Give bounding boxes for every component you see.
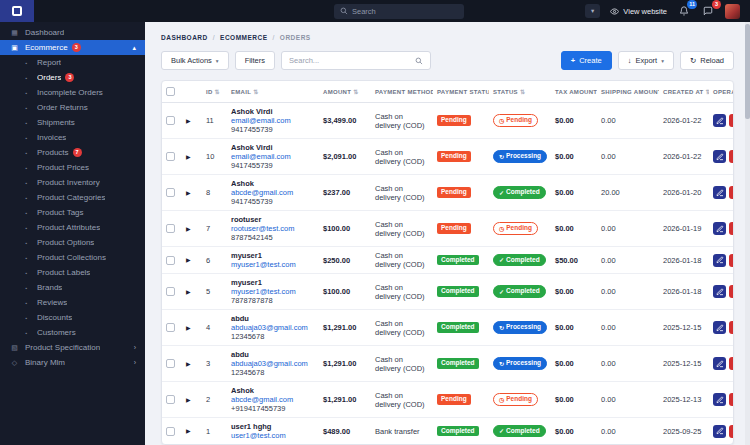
filters-button[interactable]: Filters (235, 51, 275, 70)
sidebar-item-product-specification[interactable]: ▧Product Specification› (0, 340, 145, 355)
sidebar-item-shipments[interactable]: ▪Shipments (0, 115, 145, 130)
sidebar-item-product-options[interactable]: ▪Product Options (0, 235, 145, 250)
customer-email-link[interactable]: abcde@gmail.com (231, 395, 315, 404)
edit-button[interactable] (713, 150, 726, 163)
breadcrumb-dashboard[interactable]: DASHBOARD (161, 34, 208, 41)
delete-button[interactable] (729, 114, 734, 127)
view-website-link[interactable]: View website (610, 7, 667, 16)
sidebar-item-reviews[interactable]: ▪Reviews (0, 295, 145, 310)
column-header-tax_amount[interactable]: TAX AMOUNT⇅ (551, 81, 597, 103)
customer-email-link[interactable]: rootuser@test.com (231, 224, 315, 233)
sidebar-item-product-categories[interactable]: ▪Product Categories (0, 190, 145, 205)
user-avatar[interactable] (725, 4, 740, 19)
app-logo[interactable] (0, 0, 34, 22)
edit-button[interactable] (713, 425, 726, 438)
row-checkbox[interactable] (166, 152, 175, 161)
reload-button[interactable]: ↻ Reload (680, 51, 734, 70)
table-search-input[interactable] (289, 56, 411, 65)
global-search[interactable] (334, 4, 464, 19)
delete-button[interactable] (729, 222, 734, 235)
sidebar-item-orders[interactable]: ▪Orders3 (0, 70, 145, 85)
sidebar-item-product-inventory[interactable]: ▪Product Inventory (0, 175, 145, 190)
vertical-scrollbar[interactable] (745, 22, 750, 445)
delete-button[interactable] (729, 357, 734, 370)
delete-button[interactable] (729, 321, 734, 334)
sidebar-item-binary-mlm[interactable]: ◇Binary Mlm› (0, 355, 145, 370)
row-checkbox[interactable] (166, 116, 175, 125)
customer-email-link[interactable]: email@email.com (231, 152, 315, 161)
expand-row-icon[interactable]: ▶ (186, 289, 191, 295)
expand-row-icon[interactable]: ▶ (186, 428, 191, 434)
sidebar-item-product-labels[interactable]: ▪Product Labels (0, 265, 145, 280)
sidebar-item-brands[interactable]: ▪Brands (0, 280, 145, 295)
edit-button[interactable] (713, 114, 726, 127)
customer-email-link[interactable]: myuser1@test.com (231, 287, 315, 296)
delete-button[interactable] (729, 393, 734, 406)
select-all-checkbox[interactable] (166, 87, 175, 96)
global-search-input[interactable] (352, 7, 458, 16)
row-checkbox[interactable] (166, 395, 175, 404)
edit-button[interactable] (713, 222, 726, 235)
edit-button[interactable] (713, 321, 726, 334)
column-header-shipping_amount[interactable]: SHIPPING AMOUNT⇅ (597, 81, 659, 103)
edit-button[interactable] (713, 285, 726, 298)
column-header-created_at[interactable]: CREATED AT⇅ (659, 81, 709, 103)
expand-row-icon[interactable]: ▶ (186, 226, 191, 232)
sidebar-item-report[interactable]: ▪Report (0, 55, 145, 70)
language-dropdown[interactable]: ▾ (585, 4, 600, 18)
customer-email-link[interactable]: abduaja03@gmail.com (231, 323, 315, 332)
customer-email-link[interactable]: myuser1@test.com (231, 260, 315, 269)
row-checkbox[interactable] (166, 323, 175, 332)
row-checkbox[interactable] (166, 224, 175, 233)
row-checkbox[interactable] (166, 359, 175, 368)
expand-row-icon[interactable]: ▶ (186, 154, 191, 160)
sidebar-item-dashboard[interactable]: ▦Dashboard (0, 25, 145, 40)
sidebar-item-product-prices[interactable]: ▪Product Prices (0, 160, 145, 175)
row-checkbox[interactable] (166, 256, 175, 265)
bulk-actions-button[interactable]: Bulk Actions ▾ (161, 51, 229, 70)
sidebar-item-order-returns[interactable]: ▪Order Returns (0, 100, 145, 115)
delete-button[interactable] (729, 285, 734, 298)
sidebar-item-incomplete-orders[interactable]: ▪Incomplete Orders (0, 85, 145, 100)
customer-email-link[interactable]: user1@test.com (231, 431, 315, 440)
notifications-button[interactable]: 11 (677, 4, 691, 18)
expand-row-icon[interactable]: ▶ (186, 257, 191, 263)
table-search[interactable] (281, 51, 431, 70)
delete-button[interactable] (729, 425, 734, 438)
sidebar-item-invoices[interactable]: ▪Invoices (0, 130, 145, 145)
edit-button[interactable] (713, 393, 726, 406)
sidebar-item-product-tags[interactable]: ▪Product Tags (0, 205, 145, 220)
expand-row-icon[interactable]: ▶ (186, 190, 191, 196)
customer-email-link[interactable]: abduaja03@gmail.com (231, 359, 315, 368)
breadcrumb-ecommerce[interactable]: ECOMMERCE (220, 34, 267, 41)
column-header-amount[interactable]: AMOUNT⇅ (319, 81, 371, 103)
sidebar-item-product-attributes[interactable]: ▪Product Attributes (0, 220, 145, 235)
edit-button[interactable] (713, 254, 726, 267)
delete-button[interactable] (729, 150, 734, 163)
sidebar-item-ecommerce[interactable]: ▣Ecommerce3▴ (0, 40, 145, 55)
export-button[interactable]: ↓ Export ▾ (618, 51, 674, 70)
row-checkbox[interactable] (166, 427, 175, 436)
column-header-email[interactable]: EMAIL⇅ (227, 81, 319, 103)
expand-row-icon[interactable]: ▶ (186, 118, 191, 124)
messages-button[interactable]: 3 (701, 4, 715, 18)
edit-button[interactable] (713, 357, 726, 370)
expand-row-icon[interactable]: ▶ (186, 325, 191, 331)
create-button[interactable]: + Create (561, 51, 612, 70)
customer-email-link[interactable]: email@email.com (231, 116, 315, 125)
column-header-payment_status[interactable]: PAYMENT STATUS⇅ (433, 81, 489, 103)
sidebar-item-product-collections[interactable]: ▪Product Collections (0, 250, 145, 265)
sidebar-item-products[interactable]: ▪Products7 (0, 145, 145, 160)
edit-button[interactable] (713, 186, 726, 199)
sidebar-item-discounts[interactable]: ▪Discounts (0, 310, 145, 325)
column-header-payment_method[interactable]: PAYMENT METHOD⇅ (371, 81, 433, 103)
sidebar-item-customers[interactable]: ▪Customers (0, 325, 145, 340)
expand-row-icon[interactable]: ▶ (186, 397, 191, 403)
delete-button[interactable] (729, 186, 734, 199)
row-checkbox[interactable] (166, 287, 175, 296)
column-header-id[interactable]: ID⇅ (202, 81, 227, 103)
customer-email-link[interactable]: abcde@gmail.com (231, 188, 315, 197)
column-header-status[interactable]: STATUS⇅ (489, 81, 551, 103)
expand-row-icon[interactable]: ▶ (186, 361, 191, 367)
scrollbar-thumb[interactable] (745, 24, 750, 119)
